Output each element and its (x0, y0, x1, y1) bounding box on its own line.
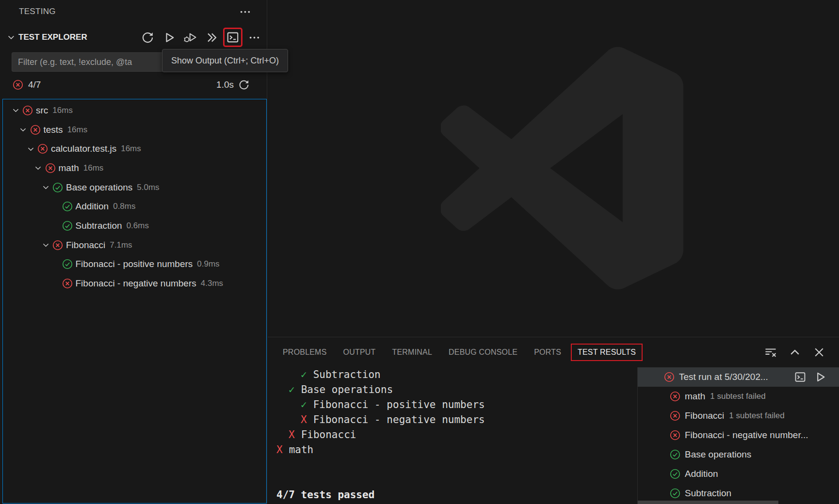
test-tree-item-fibonacci[interactable]: Fibonacci7.1ms (3, 236, 266, 255)
result-row-addition[interactable]: Addition (638, 464, 839, 484)
result-label: Base operations (685, 449, 751, 460)
chevron-down-icon[interactable] (6, 33, 16, 42)
output-text: Fibonacci (301, 429, 356, 441)
more-actions-icon[interactable] (237, 3, 253, 20)
refresh-icon[interactable] (239, 79, 249, 90)
debug-all-tests-icon[interactable] (182, 29, 198, 46)
result-row-actions (794, 371, 839, 383)
test-explorer-header[interactable]: TEST EXPLORER (0, 25, 267, 49)
test-tree-item-subtraction[interactable]: Subtraction0.6ms (3, 216, 266, 236)
test-label: Fibonacci - positive numbers (76, 259, 193, 269)
fail-mark: X (289, 429, 295, 441)
fail-icon (61, 278, 74, 289)
output-line: ✓Fibonacci - positive numbers (268, 397, 637, 412)
result-label: Fibonacci (685, 410, 724, 421)
result-row-math[interactable]: math1 subtest failed (638, 387, 839, 406)
test-tree-item-addition[interactable]: Addition0.8ms (3, 197, 266, 216)
chevron-down-icon[interactable] (10, 106, 21, 114)
pass-mark: ✓ (289, 384, 295, 395)
test-explorer-actions (139, 29, 267, 46)
sidebar-title: TESTING (19, 7, 56, 16)
output-line: ✓Base operations (268, 382, 637, 397)
output-text: Fibonacci - positive numbers (313, 399, 485, 410)
show-output-icon[interactable] (794, 371, 807, 383)
result-row-test-run-at-5-30-202[interactable]: Test run at 5/30/202... (638, 367, 839, 387)
panel-tab-output[interactable]: OUTPUT (335, 344, 384, 361)
testing-sidebar: TESTING TEST EXPLORER (0, 0, 267, 504)
test-results-tree: Test run at 5/30/202...math1 subtest fai… (637, 367, 839, 504)
test-label: Fibonacci - negative numbers (76, 278, 196, 289)
test-tree-item-fibonacci-positive-numbers[interactable]: Fibonacci - positive numbers0.9ms (3, 255, 266, 274)
editor-area (268, 0, 839, 337)
pass-icon (61, 220, 74, 231)
tests-failed-count: 4/7 (28, 79, 41, 90)
output-text: Fibonacci - negative numbers (313, 414, 485, 425)
maximize-panel-icon[interactable] (787, 344, 803, 361)
test-duration: 5.0ms (137, 183, 159, 192)
fail-icon (44, 163, 57, 173)
pass-icon (670, 488, 680, 499)
fail-mark: X (276, 444, 283, 456)
panel-tabs: PROBLEMSOUTPUTTERMINALDEBUG CONSOLEPORTS… (274, 344, 644, 361)
result-row-fibonacci[interactable]: Fibonacci1 subtest failed (638, 406, 839, 425)
test-duration: 16ms (121, 144, 141, 154)
fail-mark: X (301, 414, 307, 425)
output-line: XFibonacci - negative numbers (268, 412, 637, 427)
chevron-down-icon[interactable] (32, 164, 44, 172)
result-row-subtraction[interactable]: Subtraction (638, 484, 839, 503)
result-label: Addition (685, 469, 718, 479)
result-row-fibonacci-negative-number[interactable]: Fibonacci - negative number... (638, 425, 839, 445)
clear-output-icon[interactable] (762, 344, 779, 361)
test-label: src (36, 105, 48, 116)
close-panel-icon[interactable] (811, 344, 827, 361)
vscode-logo-watermark (441, 47, 683, 289)
pass-icon (670, 469, 680, 479)
chevron-down-icon[interactable] (25, 145, 36, 153)
test-results-rows: Test run at 5/30/202...math1 subtest fai… (638, 367, 839, 503)
test-duration: 0.6ms (127, 221, 149, 231)
test-label: Base operations (66, 182, 132, 193)
test-label: math (59, 163, 79, 173)
section-title: TEST EXPLORER (18, 32, 87, 42)
result-label: Test run at 5/30/202... (679, 372, 768, 382)
sidebar-title-row: TESTING (0, 0, 267, 23)
test-label: Subtraction (76, 220, 122, 231)
rerun-icon[interactable] (814, 371, 826, 383)
horizontal-scrollbar[interactable] (638, 501, 778, 504)
run-with-coverage-icon[interactable] (203, 29, 220, 46)
test-duration: 16ms (83, 163, 104, 173)
show-output-icon[interactable] (225, 29, 241, 46)
fail-icon (670, 410, 680, 421)
refresh-tests-icon[interactable] (139, 29, 156, 46)
result-detail: 1 subtest failed (710, 392, 765, 401)
test-tree-item-fibonacci-negative-numbers[interactable]: Fibonacci - negative numbers4.3ms (3, 274, 266, 293)
test-label: calculator.test.js (51, 143, 116, 154)
test-tree-item-math[interactable]: math16ms (3, 158, 266, 178)
result-row-base-operations[interactable]: Base operations (638, 445, 839, 464)
pass-icon (61, 259, 74, 269)
chevron-down-icon[interactable] (17, 126, 29, 134)
test-status-row: 4/7 1.0s (0, 77, 267, 93)
test-tree-item-calculator-test-js[interactable]: calculator.test.js16ms (3, 139, 266, 158)
vscode-window: TESTING TEST EXPLORER (0, 0, 839, 504)
test-duration: 16ms (52, 106, 73, 115)
panel-tab-ports[interactable]: PORTS (526, 344, 569, 361)
run-all-tests-icon[interactable] (161, 29, 177, 46)
test-tree-item-tests[interactable]: tests16ms (3, 120, 266, 140)
result-label: Subtraction (685, 488, 731, 499)
pass-icon (51, 182, 64, 193)
panel-tab-debug-console[interactable]: DEBUG CONSOLE (440, 344, 526, 361)
test-tree-item-src[interactable]: src16ms (3, 101, 266, 120)
chevron-down-icon[interactable] (40, 183, 51, 191)
panel-tab-problems[interactable]: PROBLEMS (274, 344, 335, 361)
panel-tab-test-results[interactable]: TEST RESULTS (571, 344, 643, 361)
more-actions-icon[interactable] (246, 29, 262, 46)
fail-icon (51, 240, 64, 251)
output-line: ✓Subtraction (268, 367, 637, 382)
test-duration: 7.1ms (110, 240, 132, 250)
run-duration: 1.0s (216, 79, 234, 90)
panel-tab-terminal[interactable]: TERMINAL (384, 344, 441, 361)
test-tree-item-base-operations[interactable]: Base operations5.0ms (3, 178, 266, 197)
test-duration: 0.9ms (197, 259, 219, 269)
chevron-down-icon[interactable] (40, 241, 51, 249)
